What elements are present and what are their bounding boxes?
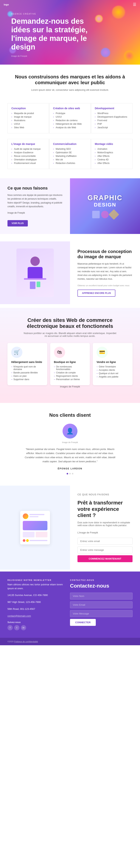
ecommerce-title: Créer des sites Web de commerce électron… — [23, 317, 117, 329]
list-item: Acceptes clients — [97, 369, 129, 371]
cta-transform-section: CE QUE NOUS FAISONS Prêt à transformer v… — [0, 486, 140, 570]
list-item: Création de compte — [54, 371, 86, 374]
list-item: After Effects — [95, 162, 129, 164]
social-icons-group: f t in — [7, 625, 64, 630]
dot-3[interactable] — [72, 473, 73, 474]
cta-mockup — [20, 511, 50, 545]
service-list-conception: Maquette de produit Image de marque Illu… — [11, 112, 45, 129]
contact-name-input[interactable] — [70, 593, 133, 599]
voir-plus-button[interactable]: VOIR PLUS — [7, 220, 28, 226]
list-item: Sites Web — [11, 126, 45, 129]
brand-process-title: Processus de conception du image de marq… — [77, 249, 133, 259]
ecommerce-card-list-1: N'importe quel nom de domaine Bande pass… — [11, 365, 43, 381]
header-content: AGENCE CRÉATIVE Demandez-nous des idées … — [0, 9, 140, 65]
list-item: JavaScript — [95, 126, 129, 129]
list-item: Analyse du site Web — [53, 126, 87, 129]
footer-email-link[interactable]: contact@domain.com — [7, 615, 31, 617]
testimonial-avatar: 👤 — [63, 424, 77, 439]
contact-message-input[interactable] — [70, 610, 133, 617]
ecommerce-section: Créer des sites Web de commerce électron… — [0, 308, 140, 403]
list-item: Rédaction d'articles — [53, 162, 87, 164]
header: logo ☰ AGENCE CRÉATIVE Demandez-nous des… — [0, 0, 140, 65]
brand-process-text: Processus de conception du image de marq… — [70, 241, 140, 304]
list-item: Quelque ut dum vel — [97, 372, 129, 375]
facebook-icon[interactable]: f — [7, 625, 13, 630]
list-item: Maquette de produit — [11, 112, 45, 115]
list-item: Développement d'applications — [95, 116, 129, 118]
list-item: Regroupement clients — [54, 375, 86, 377]
ecommerce-card-hebergement: 🛒 Hébergement sans limite N'importe quel… — [7, 343, 47, 385]
cta-image-area — [0, 486, 70, 570]
service-title-conception: Conception — [11, 107, 45, 110]
list-item: Gérer l'inventaire — [97, 365, 129, 368]
service-list-creation-web: Prototype UX/UI Rédaction de contenu Héb… — [53, 112, 87, 129]
address-line-3: 56th Road, 001-123-4567 — [7, 607, 64, 611]
footer-social: Suivez-nous f t in — [7, 621, 64, 630]
hamburger-menu-icon[interactable]: ☰ — [133, 2, 136, 7]
footer-contact-form: CONTACTEZ-NOUS Contactez-nous CONNECTER — [70, 579, 133, 630]
cta-message-input[interactable] — [77, 547, 133, 553]
service-card-conception: Conception Maquette de produit Image de … — [7, 103, 49, 133]
ecommerce-card-title-1: Hébergement sans limite — [11, 361, 43, 364]
cta-submit-button[interactable]: COMMENCEZ MAINTENANT — [77, 555, 133, 562]
list-item: Animation — [95, 148, 129, 150]
learn-more-button[interactable]: APPRENEZ ENCORE PLUS — [77, 289, 115, 297]
twitter-icon[interactable]: t — [14, 625, 20, 630]
brand-process-description: Maecenas pellentesque mi quis hendrerit.… — [77, 262, 133, 281]
list-item: N'importe quel nom de domaine — [11, 365, 43, 371]
agency-label: AGENCE CRÉATIVE — [11, 13, 129, 15]
list-item: Marketing d'affiliation — [53, 155, 87, 157]
what-we-do-image: GRAPHIC DESIGN — [70, 178, 140, 234]
dot-2[interactable] — [69, 473, 71, 474]
service-list-montage-video: Animation MotionGraphics After Effects C… — [95, 148, 129, 164]
copyright-text: ©2020 Politique de confidentialité — [7, 641, 38, 643]
ecommerce-card-title-2: Boutique en ligne — [54, 361, 86, 364]
list-item: Bande passante illimitée — [11, 371, 43, 374]
brand-process-budget: Obtenez un excellent travail pour votre … — [77, 284, 129, 287]
service-list-developpement: WordPress Développement d'applications F… — [95, 112, 129, 129]
list-item: Rédaction de contenu — [53, 119, 87, 122]
testimonial-name: ÉPONGE LARDON — [11, 467, 129, 470]
ecommerce-card-title-3: Vendre en ligne — [97, 361, 129, 364]
service-title-commercialisation: Commercialisation — [53, 143, 87, 146]
social-label: Suivez-nous — [7, 621, 64, 624]
privacy-policy-link[interactable]: Politique de confidentialité — [14, 641, 38, 643]
list-item: Cinéma 4D — [95, 158, 129, 161]
list-item: Positionnement visuel — [11, 162, 45, 164]
footer-email: contact@domain.com — [7, 614, 64, 618]
newsletter-label: REJOIGNEZ NOTRE NEWSLETTER — [7, 579, 64, 581]
intro-text: Lorem ipsum dolor sit, consectetur sans … — [19, 88, 121, 92]
list-item: Orientation stratégique — [11, 158, 45, 161]
list-item: MotionGraphics — [95, 151, 129, 154]
service-list-commercialisation: Marketing SEO Optimisation SE Marketing … — [53, 148, 87, 164]
list-item: Front-end — [95, 119, 129, 122]
testimonial-image-label: Image de Freepik — [11, 441, 129, 443]
logo: logo — [4, 3, 9, 6]
what-we-do-title: Ce que nous faisons — [7, 186, 63, 191]
vendre-icon: 💳 — [97, 347, 108, 358]
cta-email-input[interactable] — [77, 538, 133, 545]
service-title-montage-video: Montage vidéo — [95, 143, 129, 146]
what-we-do-text: Ce que nous faisons Nous sommes une équi… — [0, 178, 70, 234]
dot-1[interactable] — [67, 473, 68, 474]
list-item: Angeliis une palette — [97, 375, 129, 378]
testimonials-title: Nos clients disent — [11, 412, 129, 418]
list-item: Audit de capital de marque — [11, 148, 45, 150]
intro-section: Nous construisons des marques et les aid… — [0, 65, 140, 98]
service-title-image-marque: L'image de marque — [11, 143, 45, 146]
services-grid-row1: Conception Maquette de produit Image de … — [0, 98, 140, 139]
footer-contact: REJOIGNEZ NOTRE NEWSLETTER Nam ultrices … — [0, 571, 140, 638]
bottom-footer: ©2020 Politique de confidentialité — [0, 638, 140, 645]
linkedin-icon[interactable]: in — [21, 625, 26, 630]
service-card-image-marque: L'image de marque Audit de capital de ma… — [7, 139, 49, 169]
service-title-developpement: Développement — [95, 107, 129, 110]
brand-process-image — [0, 241, 70, 304]
contact-submit-button[interactable]: CONNECTER — [70, 619, 96, 626]
ecommerce-card-vendre: 💳 Vendre en ligne Gérer l'inventaire Acc… — [93, 343, 133, 385]
contact-email-input[interactable] — [70, 601, 133, 608]
list-item: Illustrations — [11, 119, 45, 122]
service-card-creation-web: Création de sites web Prototype UX/UI Ré… — [49, 103, 91, 133]
service-card-montage-video: Montage vidéo Animation MotionGraphics A… — [91, 139, 133, 169]
service-card-commercialisation: Commercialisation Marketing SEO Optimisa… — [49, 139, 91, 169]
header-title: Demandez-nous des idées sur la stratégie… — [11, 17, 90, 51]
